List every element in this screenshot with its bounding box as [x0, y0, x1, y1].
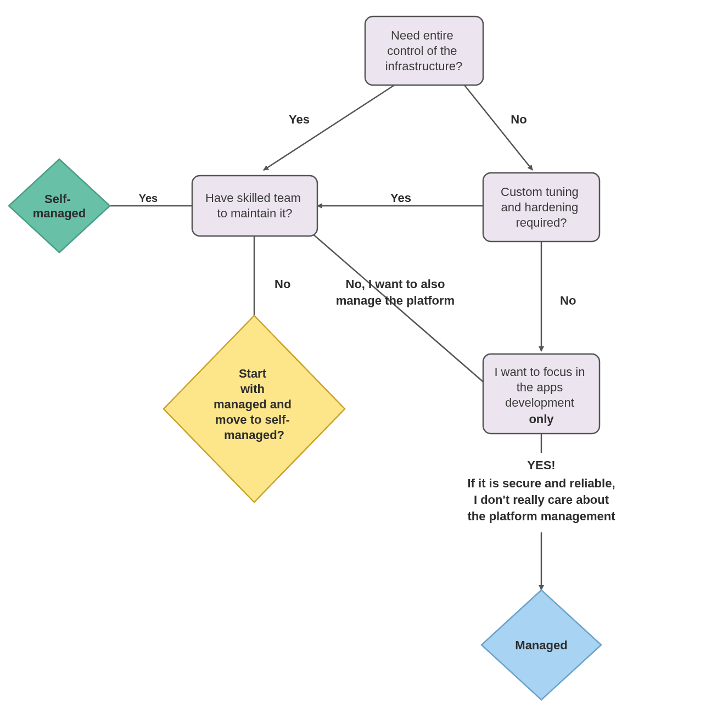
svg-text:the platform management: the platform management: [468, 509, 616, 523]
svg-text:I don't really care about: I don't really care about: [474, 493, 609, 507]
label-focus-no-l1: No, I want to also: [346, 277, 445, 291]
node-q-control: Need entire control of the infrastructur…: [0, 0, 483, 85]
label-focus-no-l2: manage the platform: [336, 294, 455, 307]
svg-text:YES!: YES!: [527, 458, 555, 472]
label-control-no: No: [511, 113, 527, 126]
label-control-yes: Yes: [289, 113, 310, 126]
edge-control-no: [464, 85, 533, 170]
node-out-managed: Managed: [481, 590, 601, 700]
label-skilled-yes: Yes: [139, 192, 158, 204]
label-tuning-no: No: [560, 294, 576, 307]
svg-rect-7: [192, 176, 317, 236]
label-skilled-no: No: [275, 277, 290, 291]
svg-marker-16: [9, 159, 110, 252]
edges: Yes No Yes Yes No No No, I want to also …: [104, 85, 615, 590]
edge-control-yes: [264, 85, 395, 170]
label-tuning-yes: Yes: [390, 191, 411, 205]
label-focus-yes: YES! If it is secure and reliable, I don…: [468, 458, 616, 523]
node-out-self-managed: Self- managed Self-managed: [0, 0, 110, 252]
svg-text:Managed: Managed: [515, 638, 567, 652]
svg-text:If it is secure and reliable,: If it is secure and reliable,: [468, 476, 615, 490]
node-out-start-managed: Start with managed and move to self- man…: [0, 0, 345, 502]
svg-text:Need entire
      control of t: Need entire control of the infrastructur…: [385, 29, 463, 73]
flowchart: Yes No Yes Yes No No No, I want to also …: [0, 0, 728, 719]
